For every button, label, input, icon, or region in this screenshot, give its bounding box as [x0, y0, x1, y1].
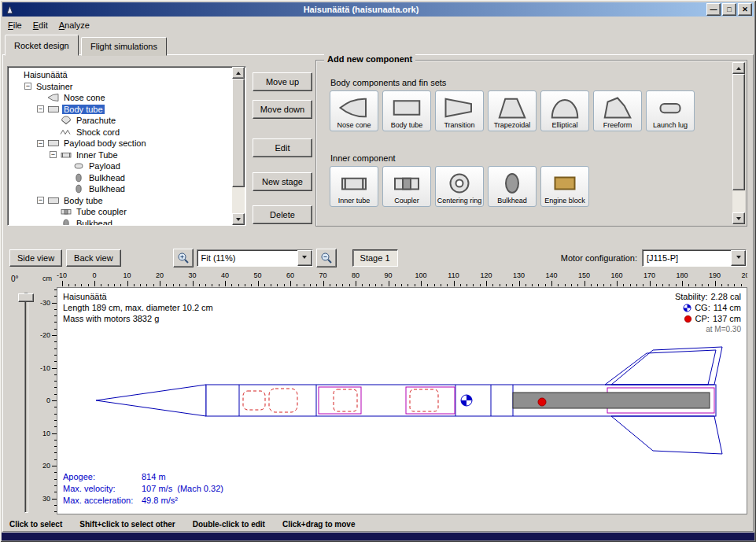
add-coupler-button[interactable]: Coupler	[382, 166, 431, 207]
hint-double-click: Double-click to edit	[193, 520, 265, 529]
stage-1-toggle[interactable]: Stage 1	[352, 249, 398, 267]
scroll-down-icon[interactable]	[232, 213, 245, 225]
motor-configuration-select[interactable]: [J115-P]	[642, 249, 747, 267]
tree-expander-icon[interactable]: −	[50, 151, 57, 158]
ruler-number: 0	[92, 271, 96, 279]
ruler-number: -20	[40, 331, 50, 339]
tree-item-tube-coupler[interactable]: Tube coupler	[10, 206, 231, 218]
ruler-tick	[199, 284, 200, 286]
rocket-canvas[interactable]: Haisunäätä Length 189 cm, max. diameter …	[57, 287, 747, 514]
tree-item-shock-cord[interactable]: Shock cord	[10, 127, 231, 138]
zoom-in-icon	[177, 252, 190, 264]
add-launch-lug-button[interactable]: Launch lug	[646, 90, 695, 131]
tree-item-sustainer[interactable]: −Sustainer	[10, 81, 231, 93]
menu-edit[interactable]: Edit	[28, 17, 53, 33]
maximize-button[interactable]: □	[722, 3, 736, 16]
tree-item-nose-cone[interactable]: Nose cone	[10, 92, 231, 104]
cg-value: 114 cm	[714, 302, 741, 313]
ruler-tick	[277, 284, 278, 286]
new-stage-button[interactable]: New stage	[253, 172, 312, 191]
move-down-button[interactable]: Move down	[253, 100, 312, 119]
ruler-tick	[682, 281, 683, 286]
add-nose-cone-button[interactable]: Nose cone	[330, 90, 378, 131]
titlebar[interactable]: Haisunäätä (haisunaata.ork) — □ ✕	[2, 2, 754, 17]
add-bulkhead-button[interactable]: Bulkhead	[488, 166, 537, 207]
add-freeform-button[interactable]: Freeform	[593, 90, 642, 131]
ruler-tick	[676, 284, 677, 286]
tree-scrollbar[interactable]	[232, 67, 245, 225]
tab-rocket-design[interactable]: Rocket design	[5, 35, 79, 56]
add-trapezoidal-button[interactable]: Trapezoidal	[488, 90, 537, 131]
tree-scrollbar-thumb[interactable]	[232, 79, 245, 187]
add-transition-button[interactable]: Transition	[435, 90, 484, 131]
tree-item-bulkhead[interactable]: Bulkhead	[10, 172, 231, 184]
menu-file[interactable]: File	[2, 17, 28, 33]
ruler-number: 20	[42, 462, 50, 470]
delete-button[interactable]: Delete	[253, 205, 312, 224]
max-acceleration-label: Max. acceleration:	[63, 495, 142, 507]
add-elliptical-button[interactable]: Elliptical	[540, 90, 589, 131]
chevron-down-icon[interactable]	[731, 250, 746, 266]
tree-item-inner-tube[interactable]: −Inner Tube	[10, 149, 231, 161]
component-tree[interactable]: Haisunäätä−SustainerNose cone−Body tubeP…	[7, 66, 246, 226]
add-centering-ring-button[interactable]: Centering ring	[435, 166, 484, 207]
tree-expander-icon[interactable]: −	[37, 105, 44, 112]
edit-button[interactable]: Edit	[253, 138, 312, 157]
component-button-label: Centering ring	[437, 197, 482, 205]
ruler-number: 0	[46, 396, 50, 404]
ruler-tick	[454, 281, 455, 286]
ruler-tick	[734, 284, 735, 286]
ruler-number: 110	[448, 271, 459, 279]
scroll-up-icon[interactable]	[232, 67, 245, 79]
stability-value: 2.28 cal	[710, 291, 741, 302]
add-engine-block-button[interactable]: Engine block	[540, 166, 589, 207]
zoom-out-button[interactable]	[316, 249, 337, 267]
ruler-number: 190	[709, 271, 721, 279]
side-view-button[interactable]: Side view	[9, 249, 62, 267]
scroll-down-icon[interactable]	[732, 212, 745, 224]
zoom-in-button[interactable]	[173, 249, 194, 267]
ruler-number: 200	[741, 271, 747, 279]
tree-expander-icon[interactable]: −	[37, 197, 44, 204]
bottom-strip	[2, 533, 754, 540]
zoom-select[interactable]: Fit (11%)	[197, 249, 313, 267]
tree-item-parachute[interactable]: Parachute	[10, 115, 231, 127]
tree-item-payload[interactable]: Payload	[10, 160, 231, 172]
back-view-button[interactable]: Back view	[66, 249, 121, 267]
body-tube-icon	[47, 105, 60, 114]
rocket-dimensions: Length 189 cm, max. diameter 10.2 cm	[63, 302, 213, 313]
rocket-info: Haisunäätä Length 189 cm, max. diameter …	[63, 291, 213, 324]
elliptical-icon	[548, 94, 581, 122]
tree-item-label: Inner Tube	[75, 150, 120, 160]
transition-icon	[443, 94, 476, 122]
tree-item-payload-body-section[interactable]: −Payload body section	[10, 138, 231, 149]
window-title: Haisunäätä (haisunaata.ork)	[17, 5, 705, 14]
add-inner-tube-button[interactable]: Inner tube	[330, 166, 378, 207]
component-scrollbar-thumb[interactable]	[732, 74, 745, 190]
tree-item-body-tube[interactable]: −Body tube	[10, 195, 231, 207]
tree-item-bulkhead[interactable]: Bulkhead	[10, 218, 231, 227]
ruler-tick	[571, 284, 572, 286]
ruler-tick	[467, 284, 467, 286]
tree-item-body-tube[interactable]: −Body tube	[10, 104, 231, 116]
component-panel-scrollbar[interactable]	[732, 62, 745, 224]
scroll-up-icon[interactable]	[732, 62, 745, 74]
ruler-tick	[310, 284, 311, 286]
tab-flight-simulations[interactable]: Flight simulations	[81, 37, 167, 56]
tree-expander-icon[interactable]: −	[24, 83, 31, 90]
tree-item-haisun-t-[interactable]: Haisunäätä	[10, 69, 231, 81]
tree-expander-icon[interactable]: −	[37, 140, 44, 147]
motor-configuration-group: Motor configuration: [J115-P]	[561, 249, 747, 267]
rotation-slider-track[interactable]	[24, 293, 28, 513]
minimize-button[interactable]: —	[706, 3, 721, 16]
chevron-down-icon[interactable]	[297, 250, 312, 266]
add-body-tube-button[interactable]: Body tube	[382, 90, 431, 131]
move-up-button[interactable]: Move up	[253, 72, 312, 91]
ruler-tick	[441, 284, 441, 286]
menu-analyze[interactable]: Analyze	[53, 17, 95, 33]
rotation-slider-thumb[interactable]	[18, 293, 34, 302]
ruler-number: 30	[42, 495, 50, 503]
ruler-number: 20	[156, 271, 164, 279]
close-button[interactable]: ✕	[738, 3, 752, 16]
tree-item-bulkhead[interactable]: Bulkhead	[10, 183, 231, 195]
